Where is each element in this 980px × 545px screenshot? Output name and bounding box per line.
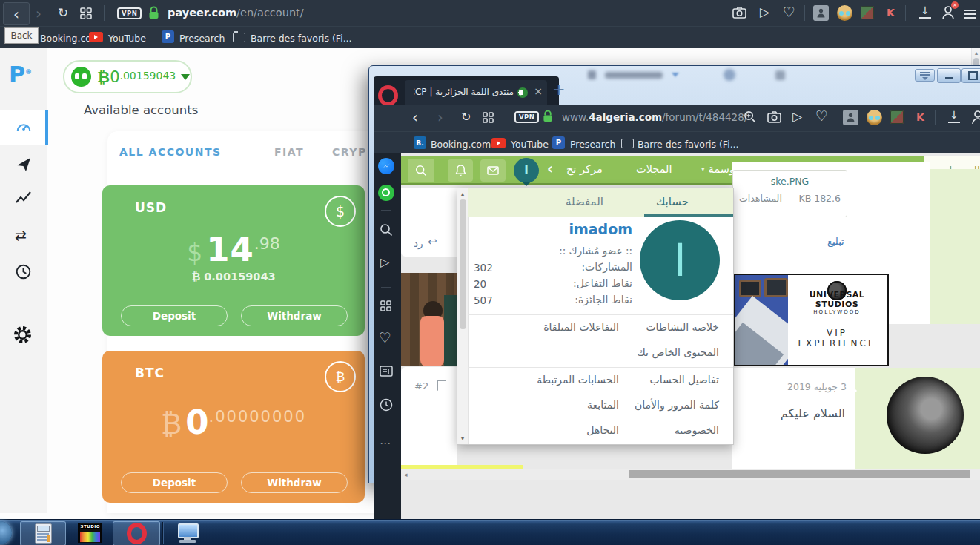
btc-withdraw-button[interactable]: Withdraw (241, 472, 348, 493)
profile-icon[interactable] (971, 110, 980, 125)
start-orb[interactable] (0, 521, 12, 544)
chart-icon[interactable] (16, 191, 32, 205)
vpn-badge[interactable]: VPN (514, 111, 539, 123)
dropdown-scrollbar[interactable]: ▴ ▾ (457, 188, 469, 444)
attachment-box[interactable]: ske.PNG المشاهدات KB 182.6 (732, 170, 847, 217)
downloads-icon[interactable]: ↓ (948, 110, 960, 123)
taskbar-calculator[interactable] (20, 521, 66, 545)
menu-privacy[interactable]: الخصوصية (675, 424, 719, 436)
ad-banner[interactable]: UNIVERSAL STUDIOS HOLLYWOOD VIP EXPERIEN… (733, 274, 889, 366)
menu-ignoring[interactable]: التجاهل (586, 424, 619, 436)
user-avatar-lion[interactable] (887, 377, 964, 454)
nav-user-avatar[interactable]: I (514, 158, 539, 183)
tab-all-accounts[interactable]: ALL ACCOUNTS (119, 146, 222, 158)
extension-avatar-icon[interactable] (837, 5, 852, 21)
taskbar-opera[interactable] (113, 521, 160, 545)
nav-item-download-center[interactable]: مركز تح (566, 163, 603, 175)
tab-your-account[interactable]: حسابك (656, 195, 689, 208)
menu-connected-accounts[interactable]: الحسابات المرتبطة (537, 374, 619, 386)
extension-person-icon[interactable] (813, 5, 829, 21)
back-button[interactable]: ‹ (3, 2, 30, 25)
extension-avatar-icon[interactable] (867, 110, 882, 125)
bookmark-ribbon-icon[interactable] (437, 380, 446, 391)
reply-link[interactable]: رد (414, 237, 423, 249)
menu-password-security[interactable]: كلمة المرور والأمان (635, 399, 719, 411)
nav-messages-envelope-icon[interactable] (480, 159, 506, 182)
balance-pill[interactable]: ₿0.00159043 (63, 60, 192, 93)
report-link[interactable]: تبليغ (827, 236, 844, 247)
tab-crypto[interactable]: CRYP (332, 146, 367, 158)
snapshot-camera-icon[interactable] (767, 111, 781, 123)
username[interactable]: imadom (569, 221, 632, 237)
search-icon[interactable] (380, 223, 393, 237)
vpn-badge[interactable]: VPN (117, 7, 142, 19)
menu-your-content[interactable]: المحتوى الخاص بك (637, 346, 719, 358)
bookmark-booking[interactable]: Booking.com (431, 139, 491, 150)
secure-lock-icon[interactable] (148, 6, 159, 19)
extension-k-icon[interactable]: K (916, 111, 924, 123)
nav-item-magazines[interactable]: المجلات (636, 163, 672, 175)
minimize-button[interactable] (937, 68, 961, 83)
reload-icon[interactable]: ↻ (58, 5, 68, 20)
nav-search-button[interactable] (408, 159, 434, 182)
reload-icon[interactable]: ↻ (461, 110, 471, 124)
maximize-button[interactable] (961, 68, 980, 83)
menu-following[interactable]: المتابعة (587, 399, 619, 411)
tab-close-icon[interactable]: × (534, 85, 543, 97)
url-bar[interactable]: www.4algeria.com/forum/t/484428/ (562, 111, 747, 123)
messenger-icon[interactable] (378, 158, 394, 174)
secure-lock-icon[interactable] (543, 110, 553, 122)
opera-logo-icon[interactable] (378, 85, 398, 106)
exchange-icon[interactable]: ⇄ (15, 227, 27, 243)
my-flow-send-icon[interactable]: ▷ (792, 109, 802, 124)
extension-person-icon[interactable] (843, 110, 858, 125)
whatsapp-icon[interactable] (378, 185, 394, 201)
menu-reactions-received[interactable]: التفاعلات المتلقاة (543, 321, 619, 333)
bookmark-heart-icon[interactable]: ♡ (783, 4, 795, 20)
attachment-filename[interactable]: ske.PNG (733, 176, 847, 187)
hscroll-left-icon[interactable]: ◂ (404, 471, 408, 478)
dropdown-avatar[interactable]: I (640, 220, 720, 300)
scroll-down-icon[interactable]: ▾ (457, 435, 468, 442)
forward-icon[interactable]: › (437, 109, 443, 125)
forward-icon[interactable]: › (36, 4, 42, 22)
payeer-logo[interactable]: P® (9, 62, 32, 87)
taskbar-computer[interactable] (166, 521, 209, 544)
downloads-icon[interactable]: ↓ (919, 5, 931, 19)
btc-deposit-button[interactable]: Deposit (121, 472, 228, 493)
my-flow-icon[interactable]: ▷ (380, 255, 389, 269)
nav-alerts-bell-icon[interactable] (448, 159, 473, 182)
bookmark-youtube[interactable]: YouTube (108, 33, 146, 44)
settings-gear-icon[interactable] (13, 325, 33, 345)
new-tab-button[interactable]: + (552, 81, 566, 99)
speed-dial-icon[interactable] (483, 112, 494, 123)
bookmark-presearch[interactable]: Presearch (179, 33, 225, 44)
hscrollbar[interactable]: ◂ (401, 469, 980, 480)
snapshot-camera-icon[interactable] (732, 7, 746, 19)
back-icon[interactable]: ‹ (412, 109, 418, 125)
menu-account-details[interactable]: تفاصيل الحساب (649, 374, 719, 386)
url-bar[interactable]: payeer.com/en/account/ (168, 7, 304, 19)
tab-favorites[interactable]: المفضلة (566, 195, 603, 208)
post-date[interactable]: 3 جويلية 2019 (787, 381, 847, 392)
nav-collapse-chevron-icon[interactable]: ‹ (547, 160, 553, 176)
window-peek-icon[interactable] (915, 69, 935, 82)
speed-dial-icon[interactable] (380, 300, 391, 311)
news-icon[interactable] (380, 366, 393, 377)
menu-news-feed[interactable]: خلاصة النشاطات (646, 321, 719, 333)
browser-tab[interactable]: منتدى اللمة الجزائرية | CCP مقابل × (405, 80, 547, 105)
scrollbar-up-arrow[interactable]: ▴ (972, 50, 980, 56)
usd-withdraw-button[interactable]: Withdraw (241, 305, 348, 326)
bookmark-folder[interactable]: Barre des favoris (Fi... (638, 139, 739, 150)
bookmark-folder[interactable]: Barre des favoris (Fi... (251, 33, 352, 44)
send-plane-icon[interactable] (16, 157, 31, 172)
history-clock-icon[interactable] (16, 264, 31, 280)
taskbar-studio[interactable]: STUDIO (69, 521, 110, 544)
extension-k-icon[interactable]: K (887, 7, 895, 19)
extension-cube-icon[interactable] (890, 110, 904, 124)
settings-tune-icon[interactable] (964, 7, 976, 21)
hscroll-thumb[interactable] (629, 470, 970, 478)
usd-deposit-button[interactable]: Deposit (121, 305, 228, 326)
bookmark-heart-icon[interactable]: ♡ (815, 108, 828, 124)
extension-cube-icon[interactable] (861, 6, 874, 19)
